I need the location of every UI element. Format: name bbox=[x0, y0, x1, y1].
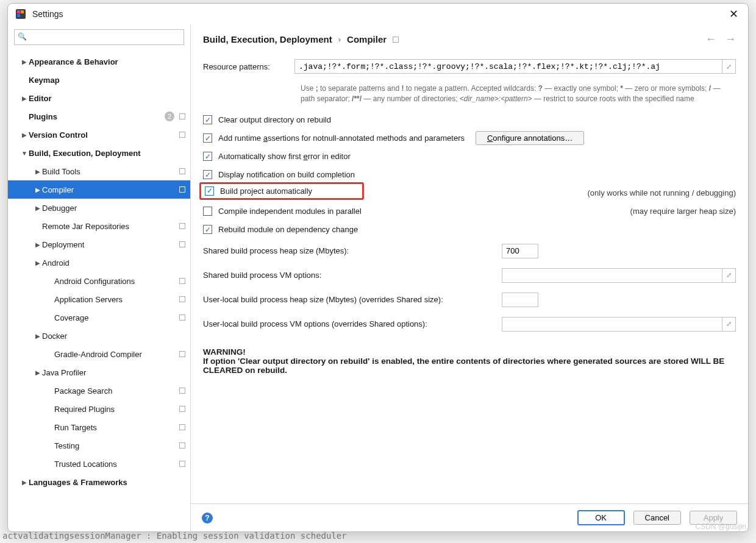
tree-item-plugins[interactable]: Plugins2 bbox=[8, 107, 190, 126]
tree-item-label: Run Targets bbox=[54, 423, 177, 432]
chevron-right-icon: ▶ bbox=[34, 186, 42, 193]
resource-patterns-input[interactable] bbox=[294, 59, 722, 74]
search-input[interactable] bbox=[14, 29, 184, 45]
svg-rect-1 bbox=[17, 10, 20, 13]
tree-item-label: Android Configurations bbox=[54, 277, 177, 286]
watermark: CSDN @gusijin bbox=[695, 522, 746, 531]
chevron-right-icon: ▶ bbox=[20, 95, 29, 102]
tree-item-label: Android bbox=[42, 258, 185, 268]
tree-item-version-control[interactable]: ▶Version Control bbox=[8, 126, 190, 144]
tree-item-keymap[interactable]: Keymap bbox=[8, 71, 190, 89]
build-auto-note: (only works while not running / debuggin… bbox=[587, 188, 736, 197]
scope-indicator-icon bbox=[179, 241, 185, 247]
cb-show-first-error[interactable]: ✓ bbox=[203, 152, 212, 161]
svg-rect-3 bbox=[17, 14, 20, 17]
ok-button[interactable]: OK bbox=[577, 510, 625, 525]
tree-item-required-plugins[interactable]: Required Plugins bbox=[8, 400, 190, 418]
tree-item-testing[interactable]: Testing bbox=[8, 436, 190, 455]
tree-item-label: Coverage bbox=[54, 313, 177, 322]
close-button[interactable]: ✕ bbox=[726, 7, 741, 21]
warning-text: If option 'Clear output directory on reb… bbox=[203, 357, 724, 375]
heap-input[interactable] bbox=[502, 244, 538, 258]
vm-input[interactable] bbox=[502, 268, 722, 283]
tree-item-java-profiler[interactable]: ▶Java Profiler bbox=[8, 363, 190, 382]
chevron-right-icon: ▶ bbox=[34, 333, 42, 339]
scope-indicator-icon bbox=[179, 296, 185, 302]
tree-item-label: Docker bbox=[42, 332, 185, 341]
configure-annotations-button[interactable]: Configure annotations… bbox=[476, 131, 584, 145]
tree-item-label: Java Profiler bbox=[42, 368, 185, 377]
tree-item-label: Debugger bbox=[42, 204, 185, 213]
tree-item-docker[interactable]: ▶Docker bbox=[8, 327, 190, 345]
scope-indicator-icon bbox=[179, 461, 185, 467]
tree-item-label: Keymap bbox=[29, 76, 185, 85]
tree-item-editor[interactable]: ▶Editor bbox=[8, 89, 190, 107]
tree-item-run-targets[interactable]: Run Targets bbox=[8, 418, 190, 436]
cb-build-auto[interactable]: ✓ bbox=[205, 186, 214, 196]
expand-icon[interactable]: ⤢ bbox=[722, 59, 736, 74]
nav-forward-icon[interactable]: → bbox=[725, 33, 736, 46]
scope-indicator-icon bbox=[179, 424, 185, 430]
resource-patterns-label: Resource patterns: bbox=[203, 62, 294, 71]
cb-clear-output[interactable]: ✓ bbox=[203, 115, 212, 124]
tree-item-deployment[interactable]: ▶Deployment bbox=[8, 235, 190, 254]
breadcrumb-group[interactable]: Build, Execution, Deployment bbox=[203, 34, 332, 44]
scope-indicator-icon bbox=[179, 223, 185, 229]
cb-compile-parallel[interactable]: ✓ bbox=[203, 207, 212, 216]
tree-item-debugger[interactable]: ▶Debugger bbox=[8, 199, 190, 217]
cb-show-first-error-label: Automatically show first error in editor bbox=[218, 152, 351, 161]
scope-indicator-icon bbox=[179, 314, 185, 321]
tree-item-label: Build Tools bbox=[42, 167, 177, 176]
help-icon[interactable]: ? bbox=[202, 513, 213, 523]
chevron-right-icon: ▶ bbox=[34, 260, 42, 266]
tree-item-label: Package Search bbox=[54, 386, 177, 396]
chevron-right-icon: ▶ bbox=[20, 59, 29, 65]
tree-item-gradle-android-compiler[interactable]: Gradle-Android Compiler bbox=[8, 345, 190, 363]
cb-runtime-asserts-label: Add runtime assertions for notnull-annot… bbox=[218, 133, 465, 143]
badge: 2 bbox=[165, 112, 174, 121]
cancel-button[interactable]: Cancel bbox=[633, 511, 681, 525]
highlight-build-auto: ✓ Build project automatically bbox=[199, 182, 364, 200]
tree-item-label: Compiler bbox=[42, 185, 177, 194]
window-title: Settings bbox=[32, 9, 726, 19]
tree-item-trusted-locations[interactable]: Trusted Locations bbox=[8, 455, 190, 473]
tree-item-build-tools[interactable]: ▶Build Tools bbox=[8, 162, 190, 180]
tree-item-coverage[interactable]: Coverage bbox=[8, 308, 190, 327]
titlebar: Settings ✕ bbox=[8, 4, 748, 24]
tree-item-android-configurations[interactable]: Android Configurations bbox=[8, 272, 190, 290]
user-vm-input[interactable] bbox=[502, 317, 722, 332]
cb-rebuild-dep-label: Rebuild module on dependency change bbox=[218, 225, 358, 234]
tree-item-android[interactable]: ▶Android bbox=[8, 254, 190, 272]
warning-title: WARNING! bbox=[203, 347, 246, 357]
heap-label: Shared build process heap size (Mbytes): bbox=[203, 246, 502, 255]
tree-item-label: Remote Jar Repositories bbox=[42, 222, 177, 231]
settings-dialog: Settings ✕ 🔍 ▶Appearance & BehaviorKeyma… bbox=[7, 3, 749, 532]
tree-item-label: Build, Execution, Deployment bbox=[29, 149, 185, 158]
expand-icon[interactable]: ⤢ bbox=[722, 268, 736, 283]
tree-item-package-search[interactable]: Package Search bbox=[8, 382, 190, 400]
chevron-right-icon: › bbox=[338, 35, 341, 44]
search-icon: 🔍 bbox=[18, 32, 27, 41]
tree-item-remote-jar-repositories[interactable]: Remote Jar Repositories bbox=[8, 217, 190, 235]
scope-indicator-icon bbox=[179, 406, 185, 412]
nav-back-icon[interactable]: ← bbox=[705, 33, 716, 46]
settings-tree[interactable]: ▶Appearance & BehaviorKeymap▶EditorPlugi… bbox=[8, 50, 190, 531]
tree-item-build-execution-deployment[interactable]: ▼Build, Execution, Deployment bbox=[8, 144, 190, 162]
scope-indicator-icon bbox=[179, 186, 185, 193]
tree-item-label: Required Plugins bbox=[54, 405, 177, 414]
user-heap-input[interactable] bbox=[502, 293, 538, 307]
cb-compile-parallel-label: Compile independent modules in parallel bbox=[218, 207, 362, 216]
tree-item-languages-frameworks[interactable]: ▶Languages & Frameworks bbox=[8, 473, 190, 491]
svg-rect-2 bbox=[21, 10, 24, 13]
cb-display-notification[interactable]: ✓ bbox=[203, 170, 212, 179]
cb-runtime-asserts[interactable]: ✓ bbox=[203, 133, 212, 143]
chevron-right-icon: ▶ bbox=[20, 479, 29, 486]
scope-indicator-icon bbox=[393, 37, 399, 43]
expand-icon[interactable]: ⤢ bbox=[722, 317, 736, 332]
tree-item-appearance-behavior[interactable]: ▶Appearance & Behavior bbox=[8, 52, 190, 71]
compile-parallel-note: (may require larger heap size) bbox=[630, 207, 736, 216]
cb-rebuild-dep[interactable]: ✓ bbox=[203, 225, 212, 234]
tree-item-application-servers[interactable]: Application Servers bbox=[8, 290, 190, 308]
tree-item-label: Languages & Frameworks bbox=[29, 478, 185, 487]
tree-item-compiler[interactable]: ▶Compiler bbox=[8, 180, 190, 199]
